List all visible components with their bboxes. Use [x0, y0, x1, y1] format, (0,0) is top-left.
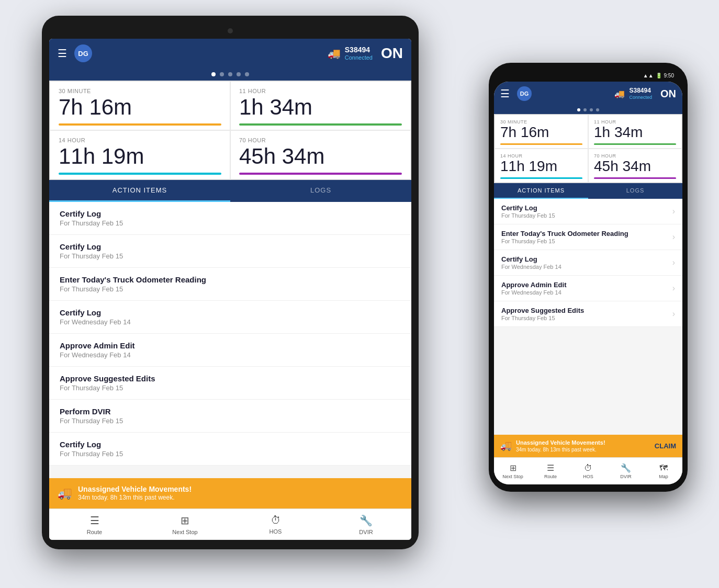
on-badge[interactable]: ON [381, 45, 403, 62]
timer-value-70hr: 45h 34m [239, 144, 402, 168]
phone-dot-3[interactable] [590, 108, 593, 111]
timer-card-70hr: 70 HOUR 45h 34m [230, 130, 411, 179]
dot-4[interactable] [237, 72, 241, 76]
next-stop-icon: ⊞ [181, 514, 189, 527]
action-item-title: Certify Log [60, 242, 401, 251]
nav-next-stop[interactable]: ⊞ Next Stop [140, 509, 230, 540]
phone-nav-map[interactable]: 🗺 Map [645, 458, 682, 484]
nav-hos[interactable]: ⏱ HOS [230, 509, 321, 540]
phone-tab-logs[interactable]: LOGS [588, 183, 682, 199]
action-item-certify-4[interactable]: Certify Log For Thursday Feb 15 [49, 433, 411, 466]
action-item-certify-3[interactable]: Certify Log For Wednesday Feb 14 [49, 301, 411, 334]
dot-5[interactable] [245, 72, 249, 76]
banner-text-wrap: Unassigned Vehicle Movements! 34m today.… [78, 484, 192, 502]
action-item-dvir[interactable]: Perform DVIR For Thursday Feb 15 [49, 400, 411, 433]
phone-action-item-odometer[interactable]: Enter Today's Truck Odometer Reading For… [494, 224, 682, 250]
nav-hos-label: HOS [269, 528, 282, 535]
avatar[interactable]: DG [74, 44, 92, 62]
action-item-sub: For Thursday Feb 15 [60, 285, 401, 293]
phone-action-sub: For Thursday Feb 15 [501, 238, 628, 244]
phone-timer-bar-14hr [500, 177, 582, 179]
phone-action-title: Enter Today's Truck Odometer Reading [501, 230, 628, 238]
phone-banner-truck-icon: 🚚 [500, 440, 512, 451]
phone-timer-bar-11hr [594, 143, 676, 145]
banner-title: Unassigned Vehicle Movements! [78, 484, 192, 494]
claim-button[interactable]: CLAIM [655, 442, 676, 450]
route-icon: ☰ [90, 514, 99, 527]
phone-nav-route[interactable]: ☰ Route [532, 458, 569, 484]
phone-screen: ☰ DG 🚚 S38494 Connected ON [494, 82, 682, 484]
nav-next-stop-label: Next Stop [172, 529, 197, 535]
timer-bar-14hr [59, 173, 221, 175]
action-item-odometer[interactable]: Enter Today's Truck Odometer Reading For… [49, 268, 411, 301]
phone-truck-info: 🚚 S38494 Connected [614, 87, 652, 99]
tablet-camera [228, 28, 233, 33]
phone-avatar[interactable]: DG [517, 86, 532, 101]
status-right: ▲▲ 🔋 9:50 [643, 73, 674, 78]
phone-action-title: Approve Suggested Edits [501, 307, 584, 314]
tab-logs[interactable]: LOGS [230, 180, 411, 202]
phone-unassigned-banner[interactable]: 🚚 Unassigned Vehicle Movements! 34m toda… [494, 435, 682, 457]
phone-action-content: Enter Today's Truck Odometer Reading For… [501, 230, 628, 244]
nav-route[interactable]: ☰ Route [49, 509, 140, 540]
phone-action-title: Certify Log [501, 255, 561, 263]
dot-2[interactable] [220, 72, 224, 76]
phone-action-item-approve-admin[interactable]: Approve Admin Edit For Wednesday Feb 14 … [494, 276, 682, 301]
chevron-icon: › [672, 258, 675, 267]
phone-on-badge[interactable]: ON [660, 88, 676, 100]
action-item-certify-2[interactable]: Certify Log For Thursday Feb 15 [49, 235, 411, 268]
chevron-icon: › [672, 207, 675, 216]
action-item-approve-admin[interactable]: Approve Admin Edit For Wednesday Feb 14 [49, 334, 411, 367]
dot-1[interactable] [211, 72, 216, 76]
phone-nav-next-stop[interactable]: ⊞ Next Stop [494, 458, 532, 484]
tab-action-items[interactable]: ACTION ITEMS [49, 180, 230, 202]
phone-action-sub: For Wednesday Feb 14 [501, 264, 561, 270]
battery-icon: 🔋 [656, 73, 662, 78]
phone-route-icon: ☰ [547, 463, 554, 473]
truck-info: 🚚 S38494 Connected [328, 46, 373, 60]
nav-dvir[interactable]: 🔧 DVIR [321, 509, 411, 540]
phone-device: ▲▲ 🔋 9:50 ☰ DG 🚚 S38494 Connected ON [489, 63, 688, 492]
phone-timer-bar-70hr [594, 177, 676, 179]
phone-timer-card-70hr: 70 HOUR 45h 34m [588, 149, 682, 183]
phone-menu-icon[interactable]: ☰ [500, 88, 510, 99]
phone-dot-2[interactable] [583, 108, 587, 111]
action-item-sub: For Wednesday Feb 14 [60, 351, 401, 359]
phone-action-item-certify-2[interactable]: Certify Log For Wednesday Feb 14 › [494, 250, 682, 276]
pagination-dots [49, 68, 411, 81]
phone-nav-hos-label: HOS [583, 474, 593, 479]
phone-timer-value-11hr: 1h 34m [594, 125, 676, 141]
phone-dot-1[interactable] [577, 108, 580, 111]
action-item-approve-suggested[interactable]: Approve Suggested Edits For Thursday Feb… [49, 367, 411, 400]
action-item-certify-1[interactable]: Certify Log For Thursday Feb 15 [49, 202, 411, 235]
phone-nav-next-stop-label: Next Stop [502, 474, 523, 479]
phone-hos-icon: ⏱ [584, 463, 592, 473]
timer-label-11hr: 11 HOUR [239, 88, 402, 94]
signal-icon: ▲▲ [643, 73, 654, 78]
phone-action-title: Approve Admin Edit [501, 281, 566, 289]
phone-header-left: ☰ DG [500, 86, 532, 101]
truck-id: S38494 [345, 46, 373, 54]
action-item-title: Perform DVIR [60, 407, 401, 416]
phone-timer-card-11hr: 11 HOUR 1h 34m [588, 115, 682, 149]
timer-bar-11hr [239, 123, 402, 126]
status-time: 9:50 [664, 73, 674, 78]
menu-icon[interactable]: ☰ [58, 48, 67, 59]
timer-value-30min: 7h 16m [59, 95, 221, 119]
phone-tabs-row: ACTION ITEMS LOGS [494, 183, 682, 199]
phone-action-sub: For Wednesday Feb 14 [501, 289, 566, 296]
phone-action-item-approve-suggested[interactable]: Approve Suggested Edits For Thursday Feb… [494, 301, 682, 327]
phone-nav-hos[interactable]: ⏱ HOS [569, 458, 607, 484]
phone-tab-action-items[interactable]: ACTION ITEMS [494, 183, 588, 199]
dot-3[interactable] [228, 72, 232, 76]
timer-card-11hr: 11 HOUR 1h 34m [230, 81, 411, 130]
phone-timer-value-14hr: 11h 19m [500, 159, 582, 175]
header-right: 🚚 S38494 Connected ON [328, 45, 403, 62]
phone-dot-4[interactable] [596, 108, 599, 111]
unassigned-banner[interactable]: 🚚 Unassigned Vehicle Movements! 34m toda… [49, 478, 411, 508]
phone-action-item-certify-1[interactable]: Certify Log For Thursday Feb 15 › [494, 199, 682, 224]
phone-nav-dvir[interactable]: 🔧 DVIR [607, 458, 645, 484]
bottom-nav: ☰ Route ⊞ Next Stop ⏱ HOS 🔧 DVIR [49, 508, 411, 540]
timer-value-14hr: 11h 19m [59, 144, 221, 168]
phone-action-title: Certify Log [501, 204, 555, 212]
